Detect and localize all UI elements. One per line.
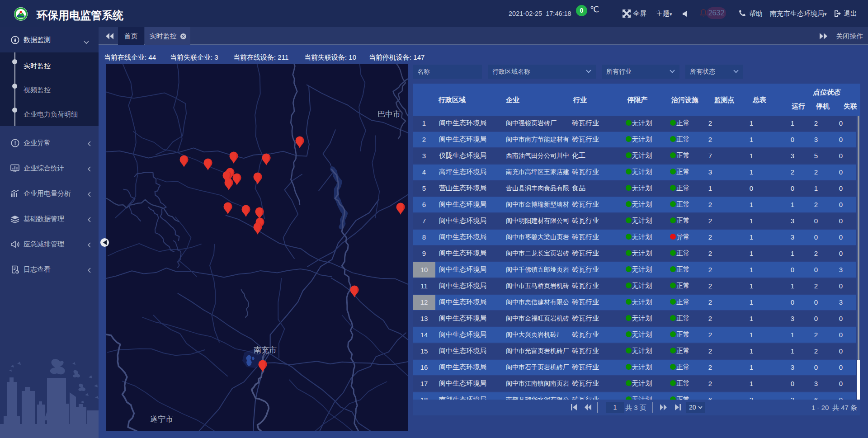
svg-text:巴中市: 巴中市 — [377, 110, 401, 118]
svg-text:南充市: 南充市 — [254, 346, 277, 354]
svg-text:遂宁市: 遂宁市 — [150, 415, 173, 424]
